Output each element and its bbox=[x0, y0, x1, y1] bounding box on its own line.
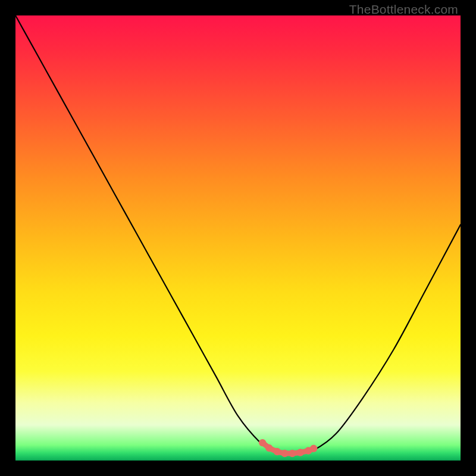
valley-marker-dot bbox=[289, 450, 296, 457]
chart-frame: TheBottleneck.com bbox=[0, 0, 476, 476]
valley-marker-dot bbox=[281, 450, 288, 457]
valley-marker-dot bbox=[265, 444, 273, 452]
plot-area bbox=[15, 15, 461, 461]
valley-marker-dot bbox=[297, 449, 304, 456]
valley-marker-dot bbox=[310, 445, 317, 452]
watermark-text: TheBottleneck.com bbox=[349, 2, 458, 17]
valley-marker-dot bbox=[274, 448, 281, 455]
bottleneck-curve bbox=[15, 15, 461, 454]
valley-markers bbox=[259, 439, 317, 457]
valley-marker-dot bbox=[259, 439, 266, 446]
curve-layer bbox=[15, 15, 461, 461]
